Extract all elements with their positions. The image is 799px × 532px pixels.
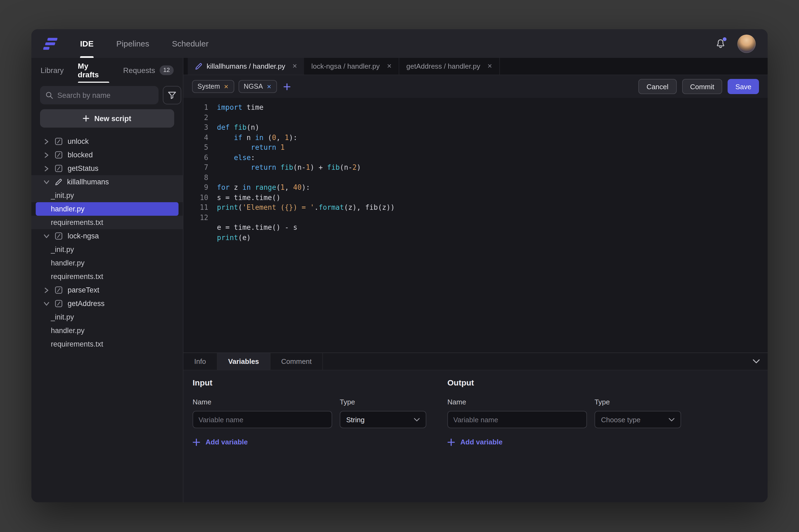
tree-file-_init.py[interactable]: _init.py: [31, 310, 183, 324]
tree-file-requirements.txt[interactable]: requirements.txt: [31, 337, 183, 351]
search-input[interactable]: [57, 91, 153, 99]
input-variable-name-field[interactable]: [192, 411, 332, 428]
tree-folder-lock-ngsa[interactable]: lock-ngsa: [31, 229, 183, 243]
cancel-button[interactable]: Cancel: [638, 79, 676, 94]
tree-folder-killallhumans[interactable]: killallhumans: [31, 175, 183, 189]
close-icon[interactable]: ✕: [487, 63, 492, 70]
main-area: killallhumans / handler.py✕lock-ngsa / h…: [183, 58, 768, 502]
tree-folder-getStatus[interactable]: getStatus: [31, 162, 183, 175]
script-icon: [55, 300, 63, 308]
add-output-variable-button[interactable]: Add variable: [447, 438, 702, 446]
search-box[interactable]: [40, 86, 159, 104]
tree-file-handler.py[interactable]: handler.py: [36, 202, 179, 216]
tree-file-handler.py[interactable]: handler.py: [31, 256, 183, 270]
panel-tab-variables[interactable]: Variables: [217, 353, 270, 370]
tree-folder-blocked[interactable]: blocked: [31, 148, 183, 162]
new-script-button[interactable]: New script: [40, 109, 174, 128]
tag-chips: System✕NGSA✕: [192, 80, 291, 93]
editor-tabstrip: killallhumans / handler.py✕lock-ngsa / h…: [183, 58, 768, 75]
add-input-variable-button[interactable]: Add variable: [192, 438, 447, 446]
filter-button[interactable]: [163, 86, 181, 104]
code-line: 11print('Element ({}) = '.format(z), fib…: [183, 203, 768, 213]
tree-item-label: handler.py: [51, 259, 85, 267]
notifications-bell-icon[interactable]: [714, 38, 726, 50]
variables-panel: Input Name Type String: [183, 370, 768, 502]
tree-item-label: blocked: [68, 151, 93, 159]
nav-ide[interactable]: IDE: [80, 29, 94, 58]
search-icon: [45, 91, 53, 99]
code-line: 7 return fib(n-1) + fib(n-2): [183, 163, 768, 173]
file-tree: unlockblockedgetStatuskillallhumans_init…: [31, 135, 183, 502]
chevron-right-icon[interactable]: [43, 152, 50, 158]
tree-file-requirements.txt[interactable]: requirements.txt: [31, 270, 183, 283]
commit-button[interactable]: Commit: [682, 79, 722, 94]
new-script-label: New script: [94, 114, 131, 122]
close-icon[interactable]: ✕: [267, 83, 272, 90]
output-variable-type-select[interactable]: Choose type: [595, 411, 681, 428]
tree-item-label: lock-ngsa: [68, 232, 99, 240]
tab-my-drafts[interactable]: My drafts: [78, 58, 109, 83]
tree-folder-parseText[interactable]: parseText: [31, 283, 183, 297]
input-section-title: Input: [192, 378, 447, 387]
line-number: 8: [183, 173, 208, 183]
plus-icon: [447, 438, 455, 446]
panel-tab-comment[interactable]: Comment: [271, 353, 323, 370]
tree-folder-unlock[interactable]: unlock: [31, 135, 183, 148]
tree-file-handler.py[interactable]: handler.py: [31, 324, 183, 337]
tree-item-label: _init.py: [51, 245, 74, 253]
avatar[interactable]: [737, 34, 756, 53]
chevron-right-icon[interactable]: [43, 287, 50, 293]
line-number: 7: [183, 163, 208, 173]
chevron-right-icon[interactable]: [43, 139, 50, 144]
script-icon: [55, 137, 63, 146]
editor-tab[interactable]: killallhumans / handler.py✕: [188, 58, 304, 75]
editor-tab[interactable]: lock-ngsa / handler.py✕: [304, 58, 399, 75]
close-icon[interactable]: ✕: [387, 63, 392, 70]
chevron-down-icon[interactable]: [43, 180, 50, 184]
script-icon: [55, 232, 63, 240]
output-variables-section: Output Name Type Choose type: [447, 378, 702, 502]
tag-chip[interactable]: NGSA✕: [238, 80, 277, 93]
tab-library[interactable]: Library: [41, 58, 64, 83]
tab-requests[interactable]: Requests 12: [123, 58, 174, 83]
tree-file-_init.py[interactable]: _init.py: [31, 243, 183, 256]
output-section-title: Output: [447, 378, 702, 387]
line-number: 4: [183, 133, 208, 143]
code-line: print(e): [183, 233, 768, 243]
tree-item-label: _init.py: [51, 313, 74, 321]
search-row: [31, 83, 183, 104]
funnel-icon: [168, 91, 176, 99]
save-button[interactable]: Save: [728, 79, 759, 94]
code-line: 8: [183, 173, 768, 183]
collapse-panel-chevron-icon[interactable]: [752, 353, 760, 370]
add-tag-button[interactable]: [283, 83, 291, 90]
editor-tab[interactable]: getAddress / handler.py✕: [399, 58, 500, 75]
tree-item-label: unlock: [68, 137, 89, 146]
output-type-selected-value: Choose type: [601, 416, 640, 424]
output-variable-name-field[interactable]: [447, 411, 587, 428]
tree-item-label: handler.py: [51, 205, 85, 213]
panel-tab-info[interactable]: Info: [183, 353, 217, 370]
chevron-down-icon[interactable]: [43, 234, 50, 238]
nav-pipelines[interactable]: Pipelines: [116, 29, 149, 58]
tree-folder-getAddress[interactable]: getAddress: [31, 297, 183, 310]
input-variable-type-select[interactable]: String: [340, 411, 426, 428]
add-input-variable-label: Add variable: [206, 438, 248, 446]
code-editor[interactable]: 1import time23def fib(n)4 if n in (0, 1)…: [183, 98, 768, 353]
close-icon[interactable]: ✕: [292, 63, 297, 70]
tree-file-requirements.txt[interactable]: requirements.txt: [31, 216, 183, 229]
app-logo-icon[interactable]: [43, 37, 59, 51]
chevron-right-icon[interactable]: [43, 166, 50, 171]
code-line: 5 return 1: [183, 143, 768, 153]
close-icon[interactable]: ✕: [224, 83, 228, 90]
input-type-label: Type: [340, 398, 426, 406]
tag-chip[interactable]: System✕: [192, 80, 234, 93]
chevron-down-icon[interactable]: [43, 301, 50, 306]
topbar: IDE Pipelines Scheduler: [31, 29, 768, 58]
pencil-icon: [195, 62, 202, 70]
add-output-variable-label: Add variable: [460, 438, 503, 446]
code-line: 6 else:: [183, 153, 768, 163]
nav-scheduler[interactable]: Scheduler: [172, 29, 208, 58]
tree-file-_init.py[interactable]: _init.py: [31, 189, 183, 202]
code-text: import time: [217, 103, 263, 113]
